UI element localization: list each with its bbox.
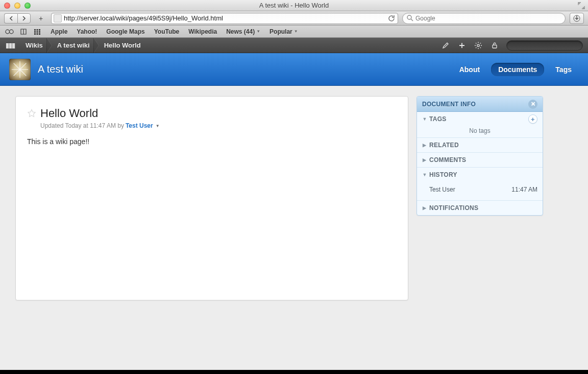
window-close-button[interactable] [4,3,10,9]
wiki-search-field[interactable] [506,40,583,51]
bookmark-youtube[interactable]: YouTube [154,28,180,35]
svg-point-4 [10,30,14,34]
bookmark-google-maps[interactable]: Google Maps [106,28,144,35]
browser-search-input[interactable] [415,15,561,22]
bookmarks-bar: Apple Yahoo! Google Maps YouTube Wikiped… [0,26,588,38]
section-history: ▼ HISTORY Test User 11:47 AM [417,168,543,201]
site-favicon-icon [54,14,62,22]
disclosure-right-icon: ▶ [422,143,427,148]
section-tags-header[interactable]: ▼ TAGS + [417,112,543,126]
address-bar[interactable] [51,13,398,24]
svg-rect-7 [39,29,40,31]
document-info-panel: DOCUMENT INFO ✕ ▼ TAGS + No tags ▶ RELAT… [416,96,543,216]
document-title: Hello World [40,107,98,120]
window-bottom-border [0,370,588,374]
section-related: ▶ RELATED [417,138,543,153]
browser-search-field[interactable] [402,13,566,24]
svg-rect-5 [34,29,36,31]
panel-header: DOCUMENT INFO ✕ [417,97,543,112]
bookmark-wikipedia[interactable]: Wikipedia [188,28,217,35]
svg-point-0 [407,15,411,19]
section-comments-header[interactable]: ▶ COMMENTS [417,153,543,167]
add-bookmark-button[interactable]: + [35,13,47,24]
chevron-down-icon: ▼ [294,29,298,34]
section-comments: ▶ COMMENTS [417,153,543,168]
document-card: Hello World Updated Today at 11:47 AM by… [15,96,408,300]
bookmark-apple[interactable]: Apple [51,28,67,35]
nav-segment [4,13,31,24]
gear-icon[interactable] [474,41,483,50]
document-meta: Updated Today at 11:47 AM by Test User ▼ [40,122,397,129]
section-tags: ▼ TAGS + No tags [417,112,543,138]
svg-rect-9 [36,31,38,33]
svg-point-3 [6,30,10,34]
reading-list-icon[interactable] [5,28,14,35]
section-related-header[interactable]: ▶ RELATED [417,138,543,152]
window-minimize-button[interactable] [14,3,20,9]
bookmark-yahoo[interactable]: Yahoo! [77,28,97,35]
section-history-header[interactable]: ▼ HISTORY [417,168,543,182]
svg-rect-15 [493,45,497,48]
panel-close-button[interactable]: ✕ [528,100,537,109]
bookmark-popular[interactable]: Popular▼ [270,28,298,35]
fullscreen-icon[interactable] [578,2,585,9]
nav-tags[interactable]: Tags [548,63,579,76]
document-meta-user-link[interactable]: Test User [126,122,153,129]
wiki-header: A test wiki About Documents Tags [0,53,588,86]
history-body: Test User 11:47 AM [417,182,543,200]
back-button[interactable] [4,13,17,24]
edit-icon[interactable] [441,41,450,50]
wiki-title: A test wiki [38,63,452,75]
panel-title: DOCUMENT INFO [422,101,528,108]
document-meta-text: Updated Today at 11:47 AM by [40,122,124,129]
section-notifications-header[interactable]: ▶ NOTIFICATIONS [417,201,543,215]
svg-rect-13 [39,33,40,35]
bookmarks-icon[interactable] [19,28,28,35]
bookmark-news[interactable]: News (44)▼ [226,28,260,35]
chevron-down-icon: ▼ [256,29,260,34]
wiki-avatar-icon [9,59,31,80]
wiki-search-input[interactable] [513,42,581,49]
add-tag-button[interactable]: + [528,114,537,124]
svg-rect-8 [34,31,36,33]
wiki-breadcrumb-bar: ▮▮▮ Wikis A test wiki Hello World [0,38,588,53]
favorite-star-icon[interactable] [27,109,36,118]
content-stage: Hello World Updated Today at 11:47 AM by… [0,86,588,370]
document-body: This is a wiki page!! [27,137,397,146]
reload-icon[interactable] [387,14,396,22]
window-zoom-button[interactable] [24,3,31,9]
add-icon[interactable] [457,41,467,50]
disclosure-down-icon: ▼ [422,172,427,177]
history-user: Test User [429,186,511,193]
svg-rect-12 [36,33,38,35]
search-icon [407,15,413,21]
forward-button[interactable] [17,13,31,24]
history-row[interactable]: Test User 11:47 AM [422,184,537,195]
svg-point-14 [477,44,479,46]
chevron-down-icon[interactable]: ▼ [156,124,160,128]
tags-empty-text: No tags [417,126,543,137]
downloads-button[interactable] [570,13,584,24]
section-notifications: ▶ NOTIFICATIONS [417,201,543,215]
sidebar-toggle-icon[interactable]: ▮▮▮ [0,41,20,49]
browser-toolbar: + [0,11,588,26]
window-titlebar: A test wiki - Hello World [0,0,588,11]
crumb-page[interactable]: Hello World [99,38,150,53]
nav-about[interactable]: About [452,63,487,76]
lock-icon[interactable] [490,41,499,50]
url-input[interactable] [64,14,385,22]
svg-line-1 [411,19,413,21]
wiki-nav: About Documents Tags [452,63,579,76]
disclosure-right-icon: ▶ [422,205,427,211]
top-sites-icon[interactable] [33,28,41,35]
svg-rect-11 [34,33,36,35]
window-title: A test wiki - Hello World [0,2,588,9]
svg-rect-6 [36,29,38,31]
disclosure-right-icon: ▶ [422,157,427,162]
history-time: 11:47 AM [511,186,537,193]
nav-documents[interactable]: Documents [491,63,544,76]
traffic-lights [4,3,31,9]
disclosure-down-icon: ▼ [422,116,427,122]
crumb-wiki[interactable]: A test wiki [52,38,99,53]
crumb-wikis[interactable]: Wikis [20,38,52,53]
